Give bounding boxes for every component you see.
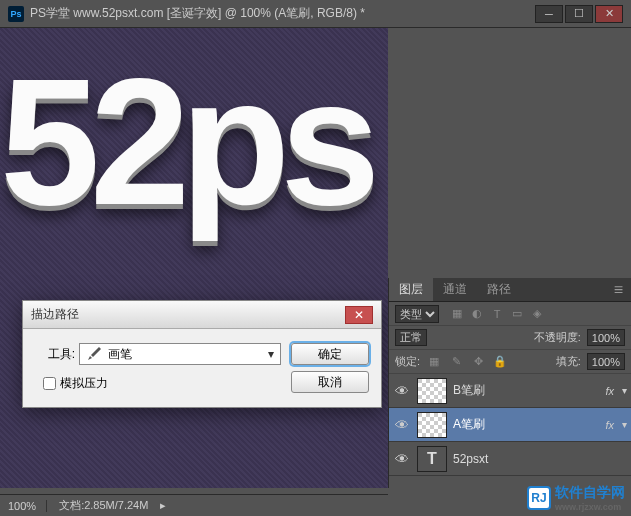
visibility-toggle[interactable]: 👁 <box>393 416 411 434</box>
fx-badge[interactable]: fx <box>605 385 614 397</box>
canvas-area[interactable]: 52ps <box>0 28 388 488</box>
cancel-button[interactable]: 取消 <box>291 371 369 393</box>
status-bar: 100% 文档:2.85M/7.24M ▸ <box>0 494 388 516</box>
canvas-background: 52ps <box>0 28 388 488</box>
lock-label: 锁定: <box>395 354 420 369</box>
document-title: PS学堂 www.52psxt.com [圣诞字效] @ 100% (A笔刷, … <box>30 5 533 22</box>
layer-thumbnail[interactable] <box>417 412 447 438</box>
canvas-text-layer: 52ps <box>0 38 370 245</box>
layer-blend-toolbar: 正常 不透明度: 100% <box>389 326 631 350</box>
visibility-toggle[interactable]: 👁 <box>393 450 411 468</box>
fx-badge[interactable]: fx <box>605 419 614 431</box>
layer-list: 👁 B笔刷 fx ▾ 👁 A笔刷 fx ▾ 👁 T 52psxt <box>389 374 631 476</box>
layer-item-52psxt[interactable]: 👁 T 52psxt <box>389 442 631 476</box>
chevron-right-icon[interactable]: ▸ <box>160 499 166 512</box>
layers-panel: 图层 通道 路径 ≡ 类型 ▦ ◐ T ▭ ◈ 正常 不透明度: 100% 锁定… <box>388 278 631 488</box>
maximize-button[interactable]: ☐ <box>565 5 593 23</box>
layer-filter-toolbar: 类型 ▦ ◐ T ▭ ◈ <box>389 302 631 326</box>
visibility-toggle[interactable]: 👁 <box>393 382 411 400</box>
app-icon: Ps <box>8 6 24 22</box>
dialog-body: 工具: 画笔 模拟压力 确定 取消 <box>23 329 381 407</box>
filter-smart-icon[interactable]: ◈ <box>529 306 545 322</box>
opacity-field[interactable]: 100% <box>587 329 625 346</box>
filter-adjust-icon[interactable]: ◐ <box>469 306 485 322</box>
ok-button[interactable]: 确定 <box>291 343 369 365</box>
dialog-titlebar[interactable]: 描边路径 ✕ <box>23 301 381 329</box>
fill-label: 填充: <box>556 354 581 369</box>
blend-mode-select[interactable]: 正常 <box>395 329 427 346</box>
layer-name[interactable]: A笔刷 <box>453 416 599 433</box>
tool-value: 画笔 <box>108 346 132 363</box>
simulate-pressure-checkbox[interactable] <box>43 377 56 390</box>
opacity-label: 不透明度: <box>534 330 581 345</box>
chevron-down-icon[interactable]: ▾ <box>622 385 627 396</box>
filter-pixel-icon[interactable]: ▦ <box>449 306 465 322</box>
layer-item-a-brush[interactable]: 👁 A笔刷 fx ▾ <box>389 408 631 442</box>
watermark-logo: RJ <box>527 486 551 510</box>
window-controls: ─ ☐ ✕ <box>533 5 623 23</box>
watermark-text: 软件自学网 <box>555 484 625 502</box>
layer-thumbnail-text[interactable]: T <box>417 446 447 472</box>
brush-icon <box>86 346 102 362</box>
filter-shape-icon[interactable]: ▭ <box>509 306 525 322</box>
tab-paths[interactable]: 路径 <box>477 278 521 301</box>
panel-menu-icon[interactable]: ≡ <box>606 281 631 299</box>
fill-field[interactable]: 100% <box>587 353 625 370</box>
lock-position-icon[interactable]: ✥ <box>470 354 486 370</box>
layer-name[interactable]: B笔刷 <box>453 382 599 399</box>
layer-name[interactable]: 52psxt <box>453 452 627 466</box>
layer-thumbnail[interactable] <box>417 378 447 404</box>
close-button[interactable]: ✕ <box>595 5 623 23</box>
lock-transparent-icon[interactable]: ▦ <box>426 354 442 370</box>
lock-paint-icon[interactable]: ✎ <box>448 354 464 370</box>
lock-all-icon[interactable]: 🔒 <box>492 354 508 370</box>
tool-dropdown[interactable]: 画笔 <box>79 343 281 365</box>
layer-lock-toolbar: 锁定: ▦ ✎ ✥ 🔒 填充: 100% <box>389 350 631 374</box>
stroke-path-dialog: 描边路径 ✕ 工具: 画笔 模拟压力 确定 取消 <box>22 300 382 408</box>
chevron-down-icon[interactable]: ▾ <box>622 419 627 430</box>
minimize-button[interactable]: ─ <box>535 5 563 23</box>
zoom-level[interactable]: 100% <box>8 500 47 512</box>
layer-item-b-brush[interactable]: 👁 B笔刷 fx ▾ <box>389 374 631 408</box>
simulate-pressure-label: 模拟压力 <box>60 375 108 392</box>
panel-tabs: 图层 通道 路径 ≡ <box>389 278 631 302</box>
dialog-close-button[interactable]: ✕ <box>345 306 373 324</box>
tab-layers[interactable]: 图层 <box>389 278 433 301</box>
dialog-title-text: 描边路径 <box>31 306 79 323</box>
document-size: 文档:2.85M/7.24M <box>59 498 148 513</box>
layer-kind-select[interactable]: 类型 <box>395 305 439 323</box>
watermark: RJ 软件自学网 www.rjzxw.com <box>527 484 625 512</box>
filter-text-icon[interactable]: T <box>489 306 505 322</box>
tool-label: 工具: <box>35 346 75 363</box>
titlebar: Ps PS学堂 www.52psxt.com [圣诞字效] @ 100% (A笔… <box>0 0 631 28</box>
tab-channels[interactable]: 通道 <box>433 278 477 301</box>
watermark-url: www.rjzxw.com <box>555 502 625 512</box>
